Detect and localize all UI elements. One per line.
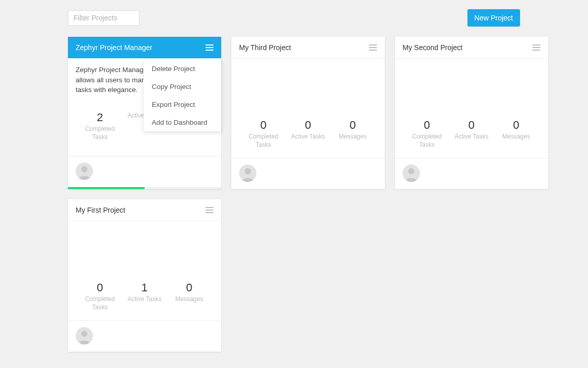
- completed-label: Completed Tasks: [78, 295, 122, 311]
- project-card: Zephyr Project Manager Delete Project Co…: [68, 37, 221, 189]
- menu-icon[interactable]: [369, 44, 377, 51]
- project-dropdown: Delete Project Copy Project Export Proje…: [144, 60, 221, 131]
- messages-label: Messages: [331, 133, 375, 141]
- card-header: My Third Project: [231, 37, 385, 59]
- avatar-icon: [403, 165, 420, 182]
- messages-count: 0: [494, 119, 538, 132]
- menu-icon[interactable]: [532, 44, 540, 51]
- export-project-item[interactable]: Export Project: [144, 96, 221, 113]
- menu-icon[interactable]: [205, 44, 214, 51]
- project-description: [403, 65, 540, 119]
- project-description: [76, 228, 214, 281]
- completed-count: 2: [78, 111, 122, 124]
- active-label: Active Tasks: [122, 295, 167, 304]
- avatar-icon: [76, 163, 93, 180]
- project-title[interactable]: Zephyr Project Manager: [76, 43, 152, 52]
- svg-point-0: [81, 166, 87, 172]
- active-count: 1: [122, 281, 167, 294]
- project-card: My Second Project 0 Completed Tasks 0 Ac…: [395, 37, 548, 189]
- completed-label: Completed Tasks: [405, 133, 449, 149]
- menu-icon[interactable]: [205, 207, 214, 213]
- messages-count: 0: [167, 281, 211, 294]
- card-header: Zephyr Project Manager: [68, 37, 221, 58]
- project-title[interactable]: My First Project: [76, 206, 125, 214]
- project-description: [239, 65, 377, 119]
- card-header: My Second Project: [395, 37, 548, 59]
- avatar-icon: [76, 327, 93, 344]
- project-card: My First Project 0 Completed Tasks 1 Act…: [68, 199, 221, 352]
- card-header: My First Project: [68, 199, 221, 221]
- active-count: 0: [286, 119, 330, 132]
- messages-label: Messages: [167, 295, 211, 304]
- project-card: My Third Project 0 Completed Tasks 0 Act…: [231, 37, 385, 189]
- copy-project-item[interactable]: Copy Project: [144, 78, 221, 96]
- active-count: 0: [449, 119, 493, 132]
- svg-point-3: [81, 331, 87, 337]
- project-title[interactable]: My Second Project: [403, 43, 463, 52]
- new-project-button[interactable]: New Project: [467, 9, 520, 27]
- add-to-dashboard-item[interactable]: Add to Dashboard: [144, 113, 221, 131]
- active-label: Active Tasks: [449, 133, 493, 141]
- completed-count: 0: [405, 119, 449, 132]
- progress-bar: [68, 187, 221, 189]
- delete-project-item[interactable]: Delete Project: [144, 60, 221, 78]
- messages-label: Messages: [494, 133, 538, 141]
- svg-point-2: [408, 168, 414, 174]
- project-title[interactable]: My Third Project: [239, 43, 291, 52]
- active-label: Active Tasks: [286, 133, 330, 141]
- messages-count: 0: [331, 119, 375, 132]
- completed-count: 0: [241, 119, 286, 132]
- completed-count: 0: [78, 281, 122, 294]
- completed-label: Completed Tasks: [78, 125, 122, 141]
- filter-projects-input[interactable]: [68, 10, 139, 26]
- completed-label: Completed Tasks: [241, 133, 286, 149]
- avatar-icon: [239, 165, 256, 182]
- progress-fill: [68, 187, 145, 189]
- svg-point-1: [245, 168, 251, 174]
